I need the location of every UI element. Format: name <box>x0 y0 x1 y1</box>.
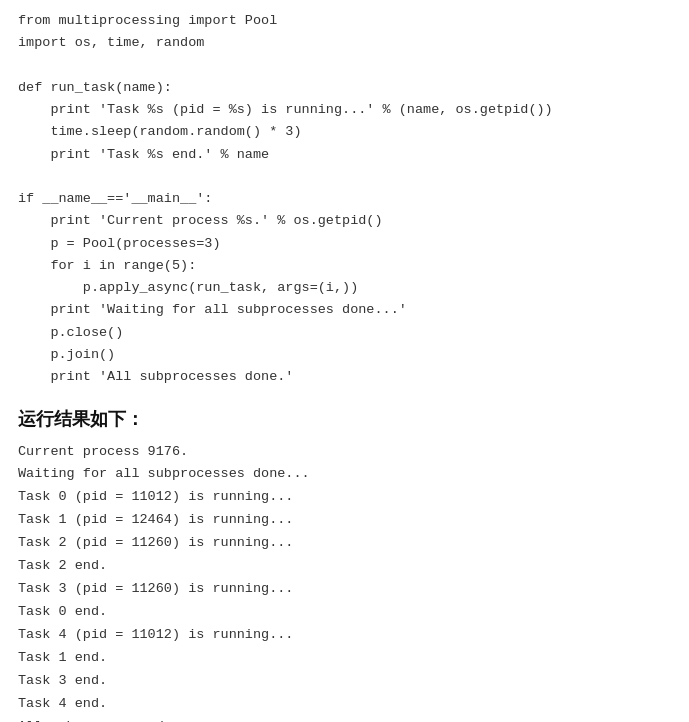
code-block: from multiprocessing import Pool import … <box>18 10 671 389</box>
section-heading: 运行结果如下： <box>18 407 671 431</box>
output-block: Current process 9176. Waiting for all su… <box>18 441 671 722</box>
